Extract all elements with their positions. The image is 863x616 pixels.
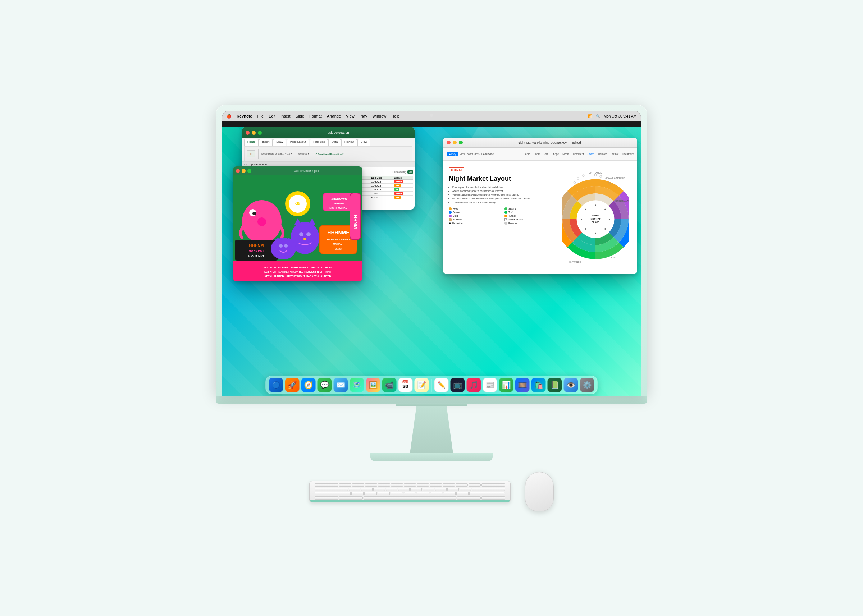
key[interactable]: [455, 483, 468, 487]
format-tool[interactable]: Format: [611, 153, 619, 155]
menu-file[interactable]: File: [257, 114, 264, 118]
key[interactable]: [315, 483, 339, 487]
key[interactable]: [404, 483, 416, 487]
key[interactable]: [422, 488, 434, 491]
dock-appstore[interactable]: 🛍️: [531, 378, 546, 392]
excel-tab-formulas[interactable]: Formulas: [310, 139, 328, 146]
app-name[interactable]: Keynote: [236, 114, 252, 118]
key[interactable]: [410, 488, 422, 491]
dock-numbers[interactable]: 📊: [499, 378, 513, 392]
dock-keynote[interactable]: 🎞️: [515, 378, 530, 392]
key[interactable]: [349, 488, 360, 491]
menu-arrange[interactable]: Arrange: [327, 114, 341, 118]
key[interactable]: [351, 492, 364, 495]
table-tool[interactable]: Table: [524, 153, 530, 155]
menu-help[interactable]: Help: [391, 114, 400, 118]
mouse[interactable]: [525, 472, 554, 511]
apple-menu[interactable]: 🍎: [227, 114, 231, 119]
dock-systemprefs[interactable]: ⚙️: [580, 378, 594, 392]
key[interactable]: [457, 496, 481, 500]
minimize-button[interactable]: [453, 140, 457, 145]
key[interactable]: [430, 492, 443, 495]
maximize-button[interactable]: [247, 169, 251, 173]
menu-window[interactable]: Window: [372, 114, 386, 118]
menu-play[interactable]: Play: [360, 114, 367, 118]
menu-slide[interactable]: Slide: [296, 114, 304, 118]
dock-photos[interactable]: 🖼️: [366, 378, 380, 392]
dock-freeform[interactable]: ✏️: [435, 378, 449, 392]
minimize-button[interactable]: [242, 169, 246, 173]
key[interactable]: [315, 496, 339, 500]
key[interactable]: [443, 483, 455, 487]
search-icon[interactable]: 🔍: [596, 114, 600, 118]
menu-insert[interactable]: Insert: [280, 114, 291, 118]
key[interactable]: [417, 492, 429, 495]
key[interactable]: [417, 483, 429, 487]
excel-tab-pagelayout[interactable]: Page Layout: [287, 139, 309, 146]
dock-appletv[interactable]: 📺: [450, 378, 465, 392]
key[interactable]: [460, 488, 471, 491]
close-button[interactable]: [246, 131, 250, 135]
dock-excel[interactable]: 📗: [548, 378, 562, 392]
text-tool[interactable]: Text: [543, 153, 548, 155]
key[interactable]: [391, 483, 403, 487]
comment-tool[interactable]: Comment: [573, 153, 584, 155]
menu-view[interactable]: View: [346, 114, 354, 118]
dock-music[interactable]: 🎵: [467, 378, 481, 392]
minimize-button[interactable]: [252, 131, 256, 135]
key[interactable]: [378, 483, 390, 487]
key[interactable]: [365, 483, 377, 487]
dock-safari[interactable]: 🧭: [301, 378, 316, 392]
dock-mail[interactable]: ✉️: [334, 378, 348, 392]
key[interactable]: [386, 488, 397, 491]
key[interactable]: [469, 492, 505, 495]
dock-maps[interactable]: 🗺️: [350, 378, 364, 392]
shape-tool[interactable]: Shape: [551, 153, 559, 155]
key[interactable]: [482, 496, 505, 500]
key[interactable]: [472, 488, 505, 491]
key[interactable]: [315, 488, 348, 491]
excel-tab-data[interactable]: Data: [328, 139, 341, 146]
key[interactable]: [443, 492, 455, 495]
chart-tool[interactable]: Chart: [534, 153, 540, 155]
key[interactable]: [373, 488, 385, 491]
key[interactable]: [364, 492, 377, 495]
excel-tab-review[interactable]: Review: [341, 139, 357, 146]
key[interactable]: [404, 492, 416, 495]
excel-tab-view[interactable]: View: [357, 139, 370, 146]
key[interactable]: [315, 492, 351, 495]
dock-launchpad[interactable]: 🚀: [285, 378, 299, 392]
keynote-window[interactable]: Night Market Planning Update.key — Edite…: [443, 138, 637, 274]
key[interactable]: [352, 483, 364, 487]
dock-news[interactable]: 📰: [483, 378, 497, 392]
key[interactable]: [339, 483, 351, 487]
dock-preview[interactable]: 👁️: [564, 378, 578, 392]
add-slide-button[interactable]: + Add Slide: [481, 153, 494, 155]
key[interactable]: [469, 483, 481, 487]
sticker-window[interactable]: Sticker Sheet 4.pse: [233, 167, 362, 281]
view-button[interactable]: View: [460, 153, 465, 155]
media-tool[interactable]: Media: [562, 153, 569, 155]
key[interactable]: [398, 488, 409, 491]
key[interactable]: [456, 492, 469, 495]
play-button[interactable]: ▶ Play: [447, 152, 458, 156]
menu-edit[interactable]: Edit: [269, 114, 276, 118]
key[interactable]: [430, 483, 442, 487]
menu-format[interactable]: Format: [309, 114, 322, 118]
key[interactable]: [435, 488, 447, 491]
close-button[interactable]: [447, 140, 450, 145]
dock-messages[interactable]: 💬: [318, 378, 332, 392]
key[interactable]: [339, 496, 363, 500]
key[interactable]: [361, 488, 373, 491]
key[interactable]: [378, 492, 390, 495]
spacebar[interactable]: [364, 496, 456, 500]
animate-tool[interactable]: Animate: [598, 153, 607, 155]
close-button[interactable]: [236, 169, 240, 173]
dock-facetime[interactable]: 📹: [382, 378, 397, 392]
dock-finder[interactable]: 🔵: [269, 378, 283, 392]
dock-notes[interactable]: 📝: [414, 378, 429, 392]
share-button[interactable]: Share: [587, 153, 594, 155]
key[interactable]: [447, 488, 459, 491]
maximize-button[interactable]: [459, 140, 463, 145]
excel-tab-draw[interactable]: Draw: [273, 139, 286, 146]
